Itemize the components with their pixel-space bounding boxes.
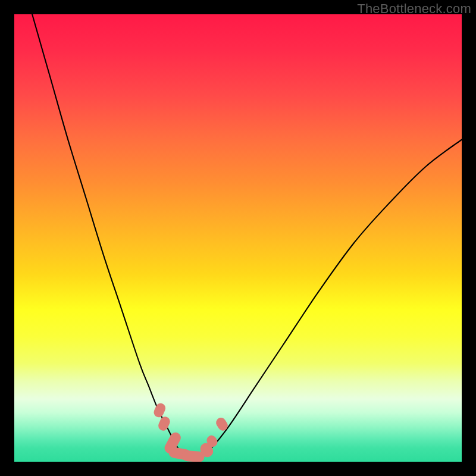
highlight-markers (152, 402, 230, 462)
highlight-dot (156, 415, 171, 433)
plot-area (14, 14, 462, 462)
highlight-dot (152, 402, 167, 419)
bottleneck-curve-path (32, 14, 462, 458)
outer-frame: TheBottleneck.com (0, 0, 476, 476)
highlight-dot (214, 416, 230, 433)
chart-svg (14, 14, 462, 462)
watermark-text: TheBottleneck.com (357, 1, 471, 17)
